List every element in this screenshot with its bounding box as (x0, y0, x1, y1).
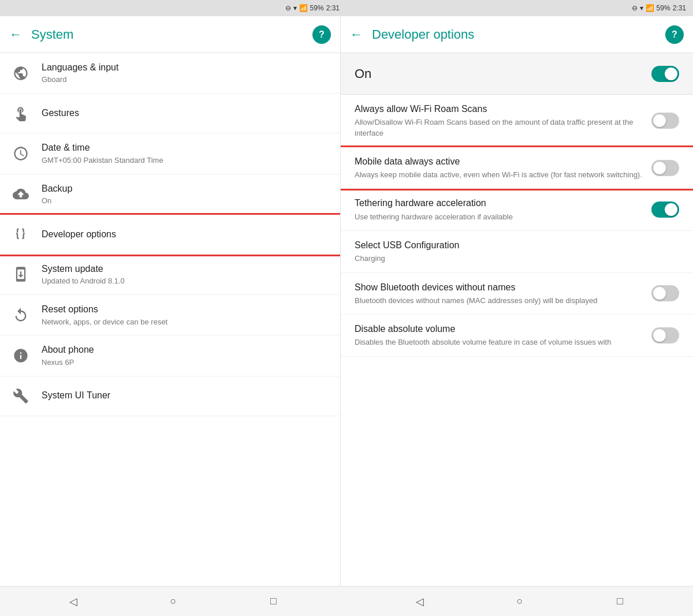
battery-left: 59% (310, 4, 324, 12)
bluetooth-names-toggle[interactable] (651, 285, 679, 301)
gestures-title: Gestures (42, 107, 331, 120)
system-update-text: System update Updated to Android 8.1.0 (42, 263, 331, 286)
settings-item-datetime[interactable]: Date & time GMT+05:00 Pakistan Standard … (0, 133, 340, 174)
reset-icon (9, 304, 32, 327)
recents-button-right[interactable]: □ (609, 591, 630, 612)
home-button-left[interactable]: ○ (163, 591, 184, 612)
wifi-roam-toggle[interactable] (651, 113, 679, 129)
datetime-text: Date & time GMT+05:00 Pakistan Standard … (42, 141, 331, 165)
backup-title: Backup (42, 182, 331, 195)
dev-item-tethering[interactable]: Tethering hardware acceleration Use teth… (341, 189, 693, 231)
settings-item-backup[interactable]: Backup On (0, 174, 340, 215)
absolute-volume-subtitle: Disables the Bluetooth absolute volume f… (355, 337, 651, 348)
bottom-nav-left: ◁ ○ □ (0, 586, 346, 616)
toggle-thumb-wifi (653, 114, 666, 127)
settings-item-reset[interactable]: Reset options Network, apps, or device c… (0, 295, 340, 335)
right-header: ← Developer options ? (341, 16, 693, 53)
left-header: ← System ? (0, 16, 340, 53)
usb-config-subtitle: Charging (355, 253, 679, 264)
settings-item-gestures[interactable]: Gestures (0, 94, 340, 133)
gesture-icon (9, 102, 32, 125)
left-panel-title: System (31, 27, 312, 42)
developer-text: Developer options (42, 228, 331, 241)
do-not-disturb-icon-r: ⊖ (632, 4, 638, 12)
usb-config-title: Select USB Configuration (355, 239, 679, 252)
bottom-nav-right: ◁ ○ □ (346, 586, 693, 616)
reset-text: Reset options Network, apps, or device c… (42, 303, 331, 327)
reset-subtitle: Network, apps, or device can be reset (42, 318, 331, 327)
absolute-volume-title: Disable absolute volume (355, 323, 651, 335)
dev-item-bluetooth-names[interactable]: Show Bluetooth devices without names Blu… (341, 273, 693, 315)
about-title: About phone (42, 344, 331, 356)
mobile-data-subtitle: Always keep mobile data active, even whe… (355, 170, 651, 180)
toggle-thumb (665, 68, 677, 80)
globe-icon (9, 62, 32, 85)
settings-item-system-update[interactable]: System update Updated to Android 8.1.0 (0, 255, 340, 295)
about-subtitle: Nexus 6P (42, 358, 331, 368)
bluetooth-names-text: Show Bluetooth devices without names Blu… (355, 281, 651, 307)
wifi-roam-title: Always allow Wi-Fi Roam Scans (355, 103, 651, 115)
absolute-volume-text: Disable absolute volume Disables the Blu… (355, 323, 651, 348)
datetime-subtitle: GMT+05:00 Pakistan Standard Time (42, 156, 331, 166)
info-icon (9, 344, 32, 367)
usb-config-text: Select USB Configuration Charging (355, 239, 679, 264)
back-button-left[interactable]: ◁ (63, 591, 84, 612)
recents-button-left[interactable]: □ (263, 591, 284, 612)
tethering-text: Tethering hardware acceleration Use teth… (355, 197, 651, 222)
languages-title: Languages & input (42, 61, 331, 74)
right-help-button[interactable]: ? (665, 25, 684, 44)
toggle-thumb-bt (653, 287, 666, 300)
status-bar-left: ⊖ ▾ 📶 59% 2:31 (0, 0, 346, 16)
system-update-subtitle: Updated to Android 8.1.0 (42, 277, 331, 286)
signal-icon: 📶 (299, 4, 308, 12)
tethering-title: Tethering hardware acceleration (355, 197, 651, 210)
dev-settings-list: Always allow Wi-Fi Roam Scans Allow/Disa… (341, 95, 693, 586)
dev-item-wifi-roam[interactable]: Always allow Wi-Fi Roam Scans Allow/Disa… (341, 95, 693, 147)
on-row[interactable]: On (341, 53, 693, 95)
left-help-button[interactable]: ? (312, 25, 331, 44)
back-button-right[interactable]: ◁ (409, 591, 430, 612)
languages-text: Languages & input Gboard (42, 61, 331, 85)
cloud-upload-icon (9, 182, 32, 206)
dev-item-usb-config[interactable]: Select USB Configuration Charging (341, 231, 693, 273)
on-label: On (355, 66, 651, 81)
developer-title: Developer options (42, 228, 331, 241)
reset-title: Reset options (42, 303, 331, 316)
wrench-icon (9, 384, 32, 408)
toggle-thumb-tethering (665, 203, 677, 216)
left-panel: ← System ? Languages & input Gboard (0, 16, 341, 586)
dev-item-mobile-data[interactable]: Mobile data always active Always keep mo… (341, 147, 693, 189)
settings-item-developer[interactable]: Developer options (0, 215, 340, 255)
wifi-icon-r: ▾ (640, 4, 643, 12)
backup-text: Backup On (42, 182, 331, 206)
left-settings-list: Languages & input Gboard Gestures (0, 53, 340, 586)
time-left: 2:31 (326, 4, 340, 12)
status-bar-right: ⊖ ▾ 📶 59% 2:31 (346, 0, 693, 16)
right-panel-title: Developer options (372, 27, 665, 42)
right-back-button[interactable]: ← (350, 27, 363, 42)
mobile-data-toggle[interactable] (651, 160, 679, 176)
gestures-text: Gestures (42, 107, 331, 120)
ui-tuner-text: System UI Tuner (42, 389, 331, 402)
settings-item-about[interactable]: About phone Nexus 6P (0, 335, 340, 376)
about-text: About phone Nexus 6P (42, 344, 331, 367)
bottom-nav: ◁ ○ □ ◁ ○ □ (0, 586, 693, 616)
left-back-button[interactable]: ← (9, 27, 22, 42)
settings-item-ui-tuner[interactable]: System UI Tuner (0, 376, 340, 416)
tethering-toggle[interactable] (651, 201, 679, 218)
mobile-data-title: Mobile data always active (355, 155, 651, 168)
toggle-thumb-mobile (653, 162, 666, 174)
developer-options-toggle[interactable] (651, 66, 679, 82)
settings-item-languages[interactable]: Languages & input Gboard (0, 53, 340, 94)
wifi-roam-text: Always allow Wi-Fi Roam Scans Allow/Disa… (355, 103, 651, 139)
time-right: 2:31 (673, 4, 686, 12)
absolute-volume-toggle[interactable] (651, 327, 679, 344)
home-button-right[interactable]: ○ (509, 591, 530, 612)
ui-tuner-title: System UI Tuner (42, 389, 331, 402)
battery-right: 59% (657, 4, 670, 12)
panels: ← System ? Languages & input Gboard (0, 16, 693, 586)
right-panel: ← Developer options ? On Always allow Wi… (341, 16, 693, 586)
datetime-title: Date & time (42, 141, 331, 154)
dev-item-absolute-volume[interactable]: Disable absolute volume Disables the Blu… (341, 315, 693, 357)
mobile-data-text: Mobile data always active Always keep mo… (355, 155, 651, 181)
